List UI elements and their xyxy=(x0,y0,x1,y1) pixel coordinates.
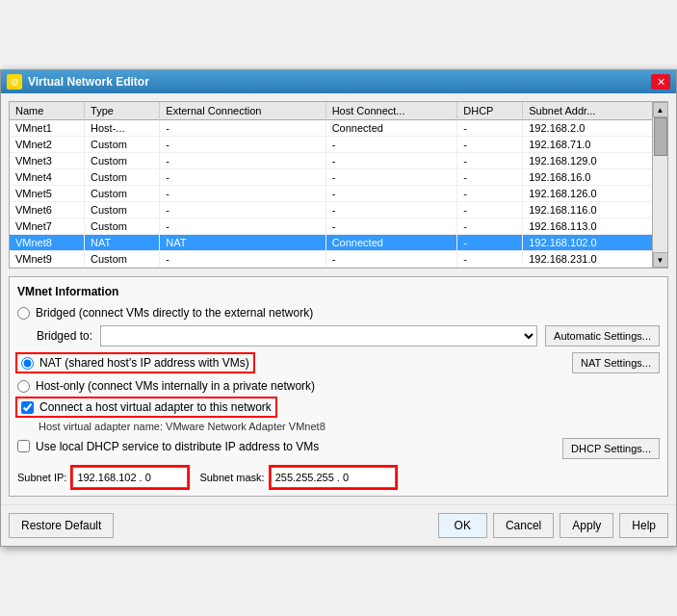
table-cell: - xyxy=(160,202,325,218)
right-buttons: OK Cancel Apply Help xyxy=(438,513,668,538)
table-cell: 192.168.129.0 xyxy=(523,153,667,169)
host-only-radio-row: Host-only (connect VMs internally in a p… xyxy=(17,379,660,393)
table-row[interactable]: VMnet4Custom---192.168.16.0 xyxy=(10,169,667,186)
vmnet-info-title: VMnet Information xyxy=(17,285,660,298)
table-cell: - xyxy=(160,169,325,186)
scroll-up-button[interactable]: ▲ xyxy=(653,102,668,117)
table-row[interactable]: VMnet3Custom---192.168.129.0 xyxy=(10,153,667,169)
table-cell: - xyxy=(160,137,325,153)
table-cell: VMnet2 xyxy=(10,137,85,153)
table-cell: - xyxy=(325,137,457,153)
table-cell: Custom xyxy=(85,137,160,153)
dhcp-checkbox[interactable] xyxy=(17,440,30,452)
table-cell: - xyxy=(160,218,325,235)
table-cell: Custom xyxy=(85,251,160,268)
table-cell: Custom xyxy=(85,153,160,169)
table-cell: - xyxy=(457,251,523,268)
help-button[interactable]: Help xyxy=(619,513,668,538)
col-host-connect: Host Connect... xyxy=(325,102,457,120)
content-area: Name Type External Connection Host Conne… xyxy=(1,93,676,504)
bridged-to-row: Bridged to: Automatic Settings... xyxy=(17,325,660,346)
col-external: External Connection xyxy=(160,102,325,120)
table-row[interactable]: VMnet6Custom---192.168.116.0 xyxy=(10,202,667,218)
connect-adapter-row: Connect a host virtual adapter to this n… xyxy=(17,398,660,417)
table-cell: 192.168.126.0 xyxy=(523,186,667,202)
auto-settings-button[interactable]: Automatic Settings... xyxy=(545,325,660,346)
app-icon: ⚙ xyxy=(7,74,22,90)
apply-button[interactable]: Apply xyxy=(560,513,613,538)
table-cell: VMnet9 xyxy=(10,251,85,268)
scroll-track[interactable] xyxy=(654,117,667,252)
subnet-ip-field: Subnet IP: xyxy=(17,467,188,488)
host-only-radio[interactable] xyxy=(17,380,30,393)
nat-radio-label: NAT (shared host's IP address with VMs) xyxy=(17,354,253,372)
scrollbar[interactable]: ▲ ▼ xyxy=(652,102,667,268)
subnet-ip-input[interactable] xyxy=(72,467,188,488)
table-row[interactable]: VMnet1Host-...-Connected-192.168.2.0 xyxy=(10,120,667,137)
connect-adapter-label: Connect a host virtual adapter to this n… xyxy=(39,400,272,414)
table-cell: 192.168.16.0 xyxy=(523,169,667,186)
cancel-button[interactable]: Cancel xyxy=(493,513,554,538)
table-cell: - xyxy=(325,186,457,202)
table-cell: 192.168.113.0 xyxy=(523,218,667,235)
table-row[interactable]: VMnet7Custom---192.168.113.0 xyxy=(10,218,667,235)
table-cell: 192.168.71.0 xyxy=(523,137,667,153)
close-button[interactable]: ✕ xyxy=(651,74,670,90)
table-cell: Custom xyxy=(85,169,160,186)
table-cell: - xyxy=(457,169,523,186)
table-cell: - xyxy=(457,137,523,153)
ok-button[interactable]: OK xyxy=(438,513,487,538)
subnet-row: Subnet IP: Subnet mask: xyxy=(17,467,660,488)
table-row[interactable]: VMnet8NATNATConnected-192.168.102.0 xyxy=(10,235,667,251)
table-cell: - xyxy=(325,218,457,235)
table-cell: - xyxy=(325,169,457,186)
table-cell: 192.168.116.0 xyxy=(523,202,667,218)
subnet-mask-input[interactable] xyxy=(271,467,396,488)
table-cell: Custom xyxy=(85,218,160,235)
table-row[interactable]: VMnet2Custom---192.168.71.0 xyxy=(10,137,667,153)
connect-adapter-checkbox[interactable] xyxy=(21,401,34,414)
title-bar: ⚙ Virtual Network Editor ✕ xyxy=(1,70,676,93)
nat-radio-row: NAT (shared host's IP address with VMs) … xyxy=(17,352,660,373)
dhcp-checkbox-row: Use local DHCP service to distribute IP … xyxy=(17,440,319,453)
table-cell: - xyxy=(325,202,457,218)
table-row[interactable]: VMnet5Custom---192.168.126.0 xyxy=(10,186,667,202)
table-cell: 192.168.2.0 xyxy=(523,120,667,137)
table-cell: - xyxy=(457,235,523,251)
network-table-wrapper: Name Type External Connection Host Conne… xyxy=(9,101,668,269)
restore-default-button[interactable]: Restore Default xyxy=(9,513,114,538)
window-title: Virtual Network Editor xyxy=(28,75,149,89)
subnet-mask-label: Subnet mask: xyxy=(199,472,264,483)
bridged-label: Bridged (connect VMs directly to the ext… xyxy=(36,306,313,320)
virtual-network-editor-window: ⚙ Virtual Network Editor ✕ Name Type Ext… xyxy=(0,69,677,547)
table-cell: Connected xyxy=(325,120,457,137)
table-cell: - xyxy=(325,153,457,169)
table-cell: - xyxy=(457,120,523,137)
dhcp-label: Use local DHCP service to distribute IP … xyxy=(36,440,319,453)
nat-label: NAT (shared host's IP address with VMs) xyxy=(39,356,249,370)
bridged-radio[interactable] xyxy=(17,307,30,320)
scroll-thumb[interactable] xyxy=(654,117,667,156)
table-cell: - xyxy=(457,153,523,169)
table-cell: - xyxy=(457,218,523,235)
table-cell: Custom xyxy=(85,202,160,218)
bridged-to-dropdown[interactable] xyxy=(100,325,537,346)
table-cell: Host-... xyxy=(85,120,160,137)
nat-settings-button[interactable]: NAT Settings... xyxy=(572,352,660,373)
scroll-down-button[interactable]: ▼ xyxy=(653,252,668,268)
host-only-label: Host-only (connect VMs internally in a p… xyxy=(36,379,315,393)
table-cell: NAT xyxy=(85,235,160,251)
connect-adapter-checkbox-label: Connect a host virtual adapter to this n… xyxy=(17,398,275,416)
dhcp-settings-button[interactable]: DHCP Settings... xyxy=(562,438,660,459)
network-table: Name Type External Connection Host Conne… xyxy=(10,102,667,268)
table-cell: VMnet6 xyxy=(10,202,85,218)
nat-radio[interactable] xyxy=(21,357,34,370)
table-cell: - xyxy=(160,120,325,137)
table-cell: Connected xyxy=(325,235,457,251)
dhcp-row: Use local DHCP service to distribute IP … xyxy=(17,438,660,459)
table-cell: - xyxy=(457,186,523,202)
table-header-row: Name Type External Connection Host Conne… xyxy=(10,102,667,120)
table-cell: - xyxy=(325,251,457,268)
table-row[interactable]: VMnet9Custom---192.168.231.0 xyxy=(10,251,667,268)
col-subnet: Subnet Addr... xyxy=(523,102,667,120)
